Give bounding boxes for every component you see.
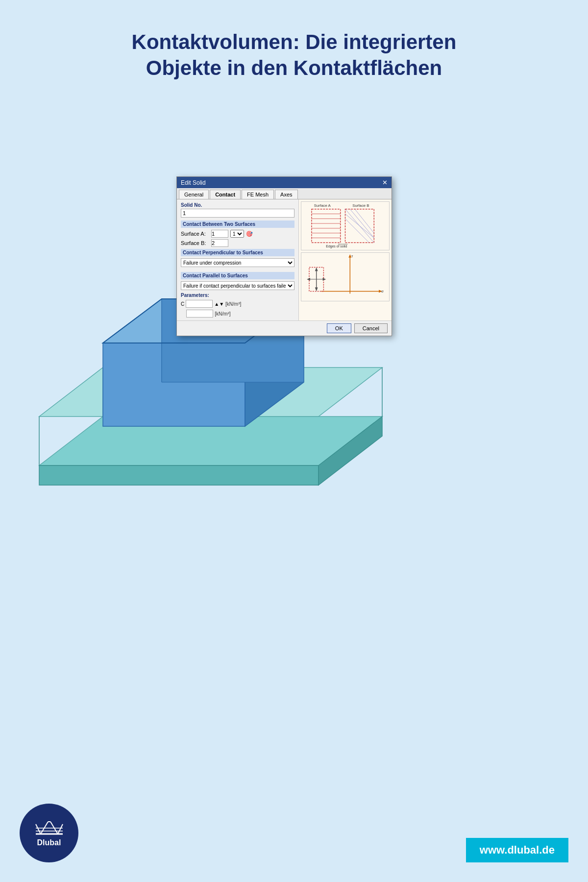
params-row-2: [kN/m²] — [181, 310, 294, 318]
svg-marker-37 — [315, 288, 318, 292]
cancel-button[interactable]: Cancel — [354, 323, 388, 333]
svg-rect-13 — [312, 209, 341, 243]
dialog-title: Edit Solid — [181, 179, 206, 186]
c-input2[interactable] — [186, 310, 213, 318]
diagram-bottom-svg: σ τ — [301, 253, 389, 301]
svg-marker-42 — [322, 278, 326, 281]
dialog-body: Solid No. Contact Between Two Surfaces S… — [177, 199, 392, 320]
dialog-footer: OK Cancel — [177, 320, 392, 336]
surface-a-row: Surface A: 1 🎯 — [181, 230, 294, 238]
solid-no-input[interactable] — [181, 209, 294, 218]
page-title: Kontaktvolumen: Die integrierten Objekte… — [49, 29, 539, 81]
solid-no-label: Solid No. — [181, 202, 294, 208]
diagram-bottom: σ τ — [301, 252, 390, 301]
svg-line-44 — [36, 824, 41, 834]
surface-a-icon: 🎯 — [246, 231, 253, 237]
contact-perpendicular-select[interactable]: Failure under compression — [181, 258, 294, 267]
dialog-tabs: General Contact FE Mesh Axes — [177, 188, 392, 199]
dialog-titlebar: Edit Solid ✕ — [177, 177, 392, 188]
dialog-right-panel: Surface A Surface B Edges of solid — [298, 199, 392, 320]
surface-b-input[interactable] — [211, 239, 228, 247]
solid-no-group: Solid No. — [181, 202, 294, 218]
svg-text:τ: τ — [351, 254, 353, 258]
unit1-label: [kN/m³] — [225, 301, 241, 307]
svg-line-46 — [58, 824, 63, 834]
tab-fe-mesh[interactable]: FE Mesh — [242, 190, 274, 199]
surface-a-input[interactable] — [211, 230, 228, 238]
svg-marker-1 — [39, 466, 318, 485]
svg-text:Surface B: Surface B — [352, 203, 369, 208]
parameters-label: Parameters: — [181, 293, 294, 298]
surface-a-select[interactable]: 1 — [230, 230, 244, 238]
surface-a-label: Surface A: — [181, 231, 209, 237]
dlubal-logo: Dlubal — [20, 804, 78, 862]
params-row-1: C ▲▼ [kN/m³] — [181, 300, 294, 308]
contact-parallel-header: Contact Parallel to Surfaces — [181, 272, 294, 279]
svg-line-23 — [355, 209, 374, 233]
logo-icon — [33, 819, 65, 836]
diagram-top-svg: Surface A Surface B Edges of solid — [301, 202, 389, 250]
dialog-left-panel: Solid No. Contact Between Two Surfaces S… — [177, 199, 298, 320]
close-button[interactable]: ✕ — [382, 179, 388, 186]
ok-button[interactable]: OK — [327, 323, 351, 333]
c-label: C — [181, 301, 184, 307]
unit2-label: [kN/m²] — [215, 311, 230, 317]
logo-text: Dlubal — [37, 838, 61, 847]
svg-text:Edges of solid: Edges of solid — [326, 245, 347, 248]
diagram-top: Surface A Surface B Edges of solid — [301, 201, 390, 250]
surface-b-label: Surface B: — [181, 240, 209, 246]
c-input[interactable] — [186, 300, 213, 308]
tab-general[interactable]: General — [179, 190, 209, 199]
contact-parallel-select[interactable]: Failure if contact perpendicular to surf… — [181, 281, 294, 290]
contact-perpendicular-header: Contact Perpendicular to Surfaces — [181, 249, 294, 256]
edit-solid-dialog: Edit Solid ✕ General Contact FE Mesh Axe… — [176, 176, 392, 336]
svg-line-24 — [345, 214, 374, 238]
tab-contact[interactable]: Contact — [210, 190, 241, 199]
svg-text:Surface A: Surface A — [314, 203, 331, 208]
svg-marker-41 — [307, 278, 310, 281]
svg-line-22 — [350, 209, 374, 238]
website-banner: www.dlubal.de — [466, 838, 568, 862]
tab-axes[interactable]: Axes — [275, 190, 297, 199]
title-area: Kontaktvolumen: Die integrierten Objekte… — [0, 0, 588, 100]
svg-text:σ: σ — [381, 289, 384, 294]
contact-between-header: Contact Between Two Surfaces — [181, 220, 294, 228]
surface-b-row: Surface B: — [181, 239, 294, 247]
svg-marker-36 — [315, 267, 318, 271]
website-url: www.dlubal.de — [480, 844, 555, 856]
